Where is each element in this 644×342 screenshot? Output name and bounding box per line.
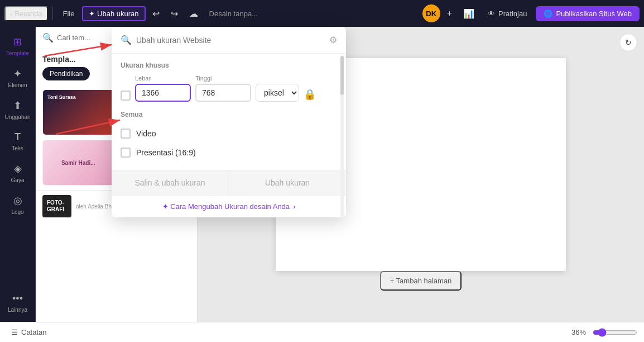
preview-label: Pratinjau: [498, 10, 527, 18]
list-item[interactable]: Toni Surasa: [42, 89, 114, 135]
sidebar: ⊞ Template ✦ Elemen ⬆ Unggahan T Teks ◈ …: [0, 27, 36, 322]
elemen-icon: ✦: [13, 68, 22, 80]
unggahan-icon: ⬆: [13, 99, 22, 112]
notes-button[interactable]: ☰ Catatan: [7, 326, 51, 339]
logo-icon: ◎: [13, 194, 22, 207]
resize-button[interactable]: ✦ Ubah ukuran: [82, 6, 145, 21]
eye-icon: 👁: [488, 10, 495, 18]
card-text: Samir Hadi...: [59, 158, 98, 168]
settings-icon[interactable]: ⚙: [329, 35, 337, 45]
filter-presentasi-label: Presentasi (16:9): [136, 148, 196, 157]
add-button[interactable]: +: [443, 6, 456, 21]
sidebar-item-teks[interactable]: T Teks: [3, 127, 33, 156]
bottombar: ☰ Catatan 36%: [0, 322, 644, 342]
redo-button[interactable]: ↪: [166, 6, 182, 21]
scrollbar-thumb[interactable]: [340, 56, 344, 95]
topbar-divider: [52, 7, 53, 20]
file-label: File: [63, 10, 75, 18]
presentasi-checkbox[interactable]: [121, 148, 131, 158]
publish-button[interactable]: 🌐 Publikasikan Situs Web: [536, 6, 640, 21]
gaya-icon: ◈: [14, 163, 22, 175]
sidebar-label-template: Template: [6, 50, 29, 56]
resize-header: 🔍 ⚙: [112, 27, 346, 54]
section-title-ukuran: Ukuran khusus: [121, 61, 337, 69]
redo-icon: ↪: [171, 9, 178, 18]
topbar: ‹ Beranda File ✦ Ubah ukuran ↩ ↪ ☁ Desai…: [0, 0, 644, 27]
foto-card[interactable]: FOTO-GRAFI: [42, 195, 71, 217]
sidebar-label-teks: Teks: [12, 145, 23, 151]
scrollbar-track: [340, 56, 344, 217]
sidebar-item-gaya[interactable]: ◈ Gaya: [3, 158, 33, 188]
template-icon: ⊞: [13, 36, 22, 48]
chart-button[interactable]: 📊: [459, 6, 479, 21]
search-icon: 🔍: [121, 35, 132, 45]
preview-button[interactable]: 👁 Pratinjau: [481, 7, 534, 20]
design-title: Desain tanpa...: [209, 10, 258, 18]
salin-button[interactable]: Salin & ubah ukuran: [112, 170, 229, 195]
add-page-button[interactable]: + Tambah halaman: [380, 271, 462, 291]
teks-icon: T: [15, 131, 21, 143]
resize-checkbox[interactable]: [121, 91, 131, 101]
width-field-group: Lebar: [135, 75, 191, 102]
link-arrow: ›: [293, 202, 295, 211]
width-input[interactable]: [135, 84, 191, 102]
undo-button[interactable]: ↩: [148, 6, 164, 21]
list-item[interactable]: Samir Hadi...: [42, 140, 114, 186]
resize-search-input[interactable]: [136, 36, 325, 45]
cara-link[interactable]: ✦ Cara Mengubah Ukuran desain Anda ›: [112, 195, 346, 217]
tag-pendidikan[interactable]: Pendidikan: [42, 67, 90, 80]
add-icon: +: [447, 8, 452, 18]
back-button[interactable]: ‹ Beranda: [4, 6, 48, 21]
panel-search-icon: 🔍: [42, 32, 54, 43]
cloud-icon: ☁: [189, 9, 198, 18]
cloud-button[interactable]: ☁: [185, 6, 203, 21]
chevron-left-icon: ‹: [10, 10, 12, 18]
sidebar-label-lainnya: Lainnya: [8, 307, 27, 313]
add-page-label: + Tambah halaman: [390, 277, 452, 285]
notes-label: Catatan: [21, 328, 47, 336]
card-text: Toni Surasa: [47, 94, 76, 100]
resize-btn-group: Salin & ubah ukuran Ubah ukuran: [112, 170, 346, 195]
filter-presentasi[interactable]: Presentasi (16:9): [121, 143, 337, 162]
sidebar-label-elemen: Elemen: [8, 82, 27, 88]
filter-video-label: Video: [136, 129, 156, 138]
card-thumbnail: Toni Surasa: [43, 90, 114, 135]
refresh-icon: ↻: [625, 38, 632, 47]
undo-icon: ↩: [152, 9, 160, 18]
section-title-semua: Semua: [121, 111, 337, 118]
sidebar-label-logo: Logo: [11, 209, 23, 215]
link-text: ✦ Cara Mengubah Ukuran desain Anda: [162, 202, 290, 211]
resize-dropdown: 🔍 ⚙ Ukuran khusus Lebar Tinggi piksel cm…: [112, 27, 346, 217]
lock-icon[interactable]: 🔒: [304, 88, 316, 101]
sidebar-item-template[interactable]: ⊞ Template: [3, 31, 33, 61]
unit-select[interactable]: piksel cm mm inci: [256, 84, 299, 102]
back-label: Beranda: [15, 10, 42, 18]
zoom-slider[interactable]: [593, 328, 637, 337]
refresh-button[interactable]: ↻: [619, 34, 637, 51]
sidebar-label-gaya: Gaya: [11, 177, 25, 183]
sidebar-item-logo[interactable]: ◎ Logo: [3, 190, 33, 220]
sidebar-label-unggahan: Unggahan: [4, 114, 30, 120]
avatar[interactable]: DK: [422, 4, 440, 22]
file-button[interactable]: File: [57, 7, 80, 20]
height-label: Tinggi: [195, 75, 251, 82]
sidebar-item-unggahan[interactable]: ⬆ Unggahan: [3, 95, 33, 125]
publish-label: Publikasikan Situs Web: [556, 10, 632, 18]
height-input[interactable]: [195, 84, 251, 102]
video-checkbox[interactable]: [121, 129, 131, 139]
notes-icon: ☰: [11, 328, 18, 336]
ubah-button[interactable]: Ubah ukuran: [229, 170, 346, 195]
zoom-value: 36%: [571, 328, 586, 336]
height-field-group: Tinggi: [195, 75, 251, 102]
width-label: Lebar: [135, 75, 191, 82]
resize-label: ✦ Ubah ukuran: [89, 10, 138, 18]
sidebar-item-lainnya[interactable]: ••• Lainnya: [3, 288, 33, 317]
card-thumbnail: Samir Hadi...: [43, 140, 114, 185]
filter-video[interactable]: Video: [121, 124, 337, 143]
resize-dimensions: Lebar Tinggi piksel cm mm inci 🔒: [121, 75, 337, 102]
sidebar-item-elemen[interactable]: ✦ Elemen: [3, 63, 33, 93]
lainnya-icon: •••: [12, 293, 23, 305]
chart-icon: 📊: [463, 9, 474, 18]
globe-icon: 🌐: [544, 10, 552, 18]
resize-body: Ukuran khusus Lebar Tinggi piksel cm mm …: [112, 54, 346, 170]
